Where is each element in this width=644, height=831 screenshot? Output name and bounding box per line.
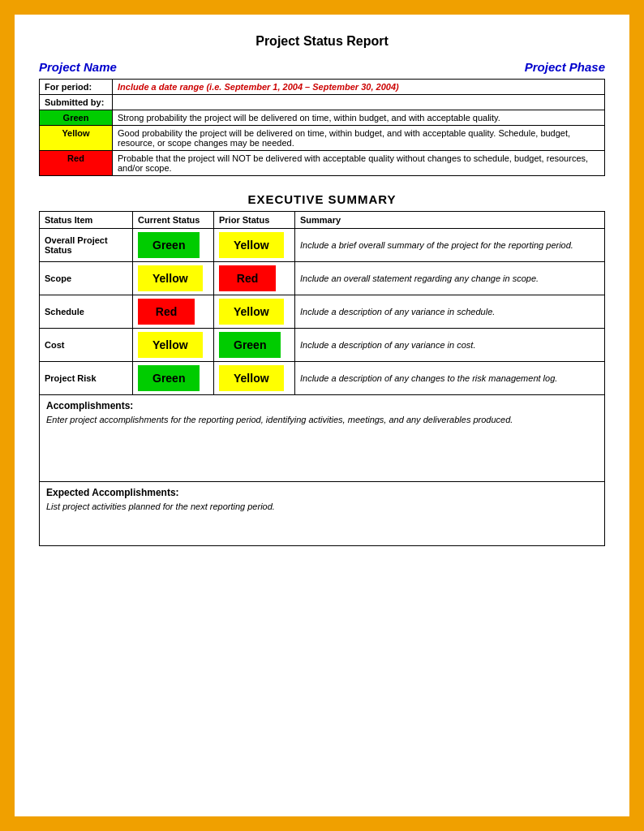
page-title: Project Status Report: [39, 34, 605, 49]
accomplishments-text: Enter project accomplishments for the re…: [46, 415, 598, 447]
table-row: ScopeYellowRedInclude an overall stateme…: [40, 262, 605, 295]
prior-status-badge: Red: [219, 265, 276, 291]
summary-cell: Include a description of any variance in…: [295, 329, 605, 362]
prior-status-cell: Yellow: [214, 362, 295, 395]
prior-status-badge: Green: [219, 332, 281, 358]
current-status-cell: Red: [133, 295, 214, 329]
legend-red-desc: Probable that the project will NOT be de…: [113, 151, 605, 176]
prior-status-badge: Yellow: [219, 365, 284, 391]
summary-cell: Include a description of any variance in…: [295, 295, 605, 329]
current-status-badge: Green: [138, 232, 200, 258]
summary-cell: Include a brief overall summary of the p…: [295, 229, 605, 262]
summary-cell: Include an overall statement regarding a…: [295, 262, 605, 295]
table-row: Overall Project StatusGreenYellowInclude…: [40, 229, 605, 262]
current-status-cell: Yellow: [133, 262, 214, 295]
legend-green-color: Green: [40, 110, 113, 126]
for-period-label: For period:: [40, 80, 113, 95]
current-status-badge: Red: [138, 299, 195, 325]
current-status-badge: Yellow: [138, 332, 203, 358]
for-period-value: Include a date range (i.e. September 1, …: [113, 80, 605, 95]
status-item: Scope: [40, 262, 133, 295]
executive-summary-table: Status Item Current Status Prior Status …: [39, 211, 605, 395]
table-row: CostYellowGreenInclude a description of …: [40, 329, 605, 362]
prior-status-cell: Red: [214, 262, 295, 295]
prior-status-cell: Green: [214, 329, 295, 362]
prior-status-badge: Yellow: [219, 299, 284, 325]
status-item: Overall Project Status: [40, 229, 133, 262]
legend-green-desc: Strong probability the project will be d…: [113, 110, 605, 126]
expected-title: Expected Accomplishments:: [46, 487, 598, 498]
accomplishments-title: Accomplishments:: [46, 400, 598, 411]
project-phase-label: Project Phase: [525, 60, 605, 74]
submitted-by-value: [113, 95, 605, 110]
info-table: For period: Include a date range (i.e. S…: [39, 79, 605, 176]
status-item: Schedule: [40, 295, 133, 329]
status-item: Cost: [40, 329, 133, 362]
legend-red-color: Red: [40, 151, 113, 176]
executive-summary-title: EXECUTIVE SUMMARY: [39, 192, 605, 206]
project-header: Project Name Project Phase: [39, 60, 605, 74]
status-item: Project Risk: [40, 362, 133, 395]
submitted-by-label: Submitted by:: [40, 95, 113, 110]
header-current-status: Current Status: [133, 212, 214, 229]
accomplishments-section: Accomplishments: Enter project accomplis…: [39, 395, 605, 482]
expected-text: List project activities planned for the …: [46, 502, 598, 511]
current-status-cell: Green: [133, 229, 214, 262]
header-status-item: Status Item: [40, 212, 133, 229]
expected-section: Expected Accomplishments: List project a…: [39, 482, 605, 546]
project-name-label: Project Name: [39, 60, 117, 74]
table-row: Project RiskGreenYellowInclude a descrip…: [40, 362, 605, 395]
current-status-badge: Green: [138, 365, 200, 391]
prior-status-badge: Yellow: [219, 232, 284, 258]
legend-yellow-desc: Good probability the project will be del…: [113, 126, 605, 151]
prior-status-cell: Yellow: [214, 229, 295, 262]
page: Project Status Report Project Name Proje…: [15, 15, 629, 816]
header-prior-status: Prior Status: [214, 212, 295, 229]
header-summary: Summary: [295, 212, 605, 229]
prior-status-cell: Yellow: [214, 295, 295, 329]
current-status-cell: Green: [133, 362, 214, 395]
table-row: ScheduleRedYellowInclude a description o…: [40, 295, 605, 329]
current-status-badge: Yellow: [138, 265, 203, 291]
current-status-cell: Yellow: [133, 329, 214, 362]
legend-yellow-color: Yellow: [40, 126, 113, 151]
summary-cell: Include a description of any changes to …: [295, 362, 605, 395]
